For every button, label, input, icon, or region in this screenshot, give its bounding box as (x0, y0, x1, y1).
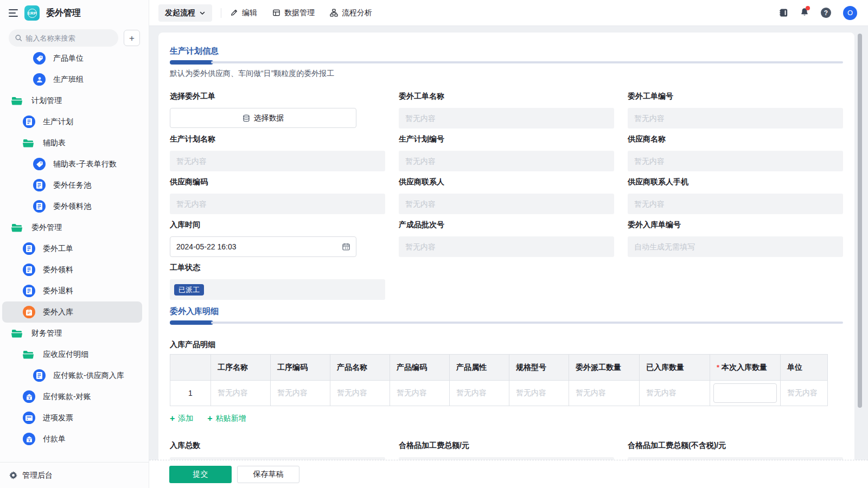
sidebar-menu: 产品单位 生产班组 计划管理 生产计划 辅助表 辅助表-子表单行数 委外任务池 (0, 47, 149, 450)
section-title-inbound-detail: 委外入库明细 (170, 306, 843, 317)
inbound-no-input[interactable] (628, 236, 843, 257)
sidebar-item-ap-reconciliation[interactable]: ¥ 应付账款-对账 (2, 386, 142, 407)
avatar[interactable]: O (843, 6, 857, 20)
sidebar-folder-finance-mgmt[interactable]: 财务管理 (2, 323, 142, 344)
folder-icon (23, 139, 34, 147)
clipboard-icon (23, 306, 35, 318)
sidebar-folder-aux-table[interactable]: 辅助表 (2, 132, 142, 153)
sidebar-folder-outsource-mgmt[interactable]: 委外管理 (2, 217, 142, 238)
pencil-icon (230, 9, 238, 17)
sidebar-search[interactable] (9, 29, 118, 47)
sidebar-item-aux-subtable-rows[interactable]: 辅助表-子表单行数 (2, 153, 142, 175)
supplier-phone-input[interactable] (628, 194, 843, 214)
tag-icon (33, 158, 46, 170)
sidebar-item-ap-supplier-inbound[interactable]: 应付账款-供应商入库 (2, 365, 142, 386)
plus-icon: + (207, 414, 212, 423)
current-qty-cell (710, 381, 781, 406)
current-qty-input[interactable] (713, 383, 777, 403)
field-label-total-qty: 入库总数 (170, 441, 385, 453)
bottom-action-bar: 提交 保存草稿 (149, 460, 868, 488)
field-label-fee-total: 合格品加工费总额/元 (399, 441, 614, 453)
plan-no-input[interactable] (399, 151, 614, 171)
section-description: 默认为委外供应商、车间做“日”颗粒度的委外报工 (170, 69, 843, 79)
sidebar-item-outsource-material-pool[interactable]: 委外领料池 (2, 196, 142, 217)
chevron-down-icon (199, 10, 206, 16)
table-subtitle: 入库产品明细 (170, 340, 843, 350)
sidebar-item-outsource-task-pool[interactable]: 委外任务池 (2, 175, 142, 196)
spec-model-cell: 暂无内容 (509, 381, 569, 406)
notifications-button[interactable] (800, 8, 809, 18)
toolbar-divider (221, 8, 221, 18)
flow-analysis-button[interactable]: 流程分析 (330, 8, 372, 18)
folder-icon (23, 350, 34, 359)
field-label-inbound-time: 入库时间 (170, 220, 385, 232)
folder-icon (11, 329, 22, 338)
document-icon (33, 179, 46, 191)
col-process-name: 工序名称 (211, 355, 271, 381)
start-flow-button[interactable]: 发起流程 (158, 4, 212, 22)
sidebar-item-production-team[interactable]: 生产班组 (2, 69, 142, 90)
field-label-select-work-order: 选择委外工单 (170, 92, 385, 104)
received-qty-cell: 暂无内容 (640, 381, 710, 406)
sidebar-item-outsource-inbound[interactable]: 委外入库 (2, 301, 142, 323)
select-data-button[interactable]: 选择数据 (170, 108, 356, 128)
document-icon (23, 115, 35, 128)
document-icon (23, 264, 35, 276)
sidebar-item-production-plan[interactable]: 生产计划 (2, 111, 142, 132)
col-spec-model: 规格型号 (509, 355, 569, 381)
gear-icon (9, 471, 17, 479)
sidebar-header: ERP 委外管理 (0, 0, 149, 26)
col-process-code: 工序编码 (271, 355, 330, 381)
field-label-fee-total-no-tax: 合格品加工费总额(不含税)/元 (628, 441, 843, 453)
field-label-supplier-phone: 供应商联系人手机 (628, 177, 843, 189)
folder-icon (11, 97, 22, 105)
sidebar-folder-plan-mgmt[interactable]: 计划管理 (2, 90, 142, 111)
order-status-field: 已派工 (170, 279, 385, 300)
supplier-contact-input[interactable] (399, 194, 614, 214)
scrollbar[interactable] (858, 34, 862, 408)
sidebar-item-product-unit[interactable]: 产品单位 (2, 48, 142, 69)
save-draft-button[interactable]: 保存草稿 (237, 466, 299, 483)
field-label-plan-name: 生产计划名称 (170, 134, 385, 146)
work-order-name-input[interactable] (399, 108, 614, 129)
sidebar-item-outsource-work-order[interactable]: 委外工单 (2, 238, 142, 259)
edit-button[interactable]: 编辑 (230, 8, 257, 18)
product-name-cell: 暂无内容 (330, 381, 390, 406)
unit-cell: 暂无内容 (781, 381, 828, 406)
search-input[interactable] (25, 34, 112, 42)
notification-dot (806, 6, 810, 10)
paste-add-button[interactable]: +粘贴新增 (207, 414, 246, 423)
col-product-attr: 产品属性 (450, 355, 509, 381)
col-unit: 单位 (781, 355, 828, 381)
section-title-plan-info: 生产计划信息 (170, 46, 843, 56)
batch-no-input[interactable] (399, 236, 614, 257)
address-book-icon[interactable] (779, 8, 788, 17)
help-button[interactable]: ? (821, 8, 831, 18)
field-label-supplier-contact: 供应商联系人 (399, 177, 614, 189)
search-icon (15, 34, 22, 42)
invoice-icon (23, 412, 35, 424)
work-order-no-input[interactable] (628, 108, 843, 129)
add-row-button[interactable]: +添加 (170, 414, 193, 423)
section-divider (170, 60, 843, 65)
sidebar-folder-ap-ar-detail[interactable]: 应收应付明细 (2, 344, 142, 365)
col-product-code: 产品编码 (390, 355, 450, 381)
supplier-code-input[interactable] (170, 194, 385, 214)
data-management-button[interactable]: 数据管理 (272, 8, 315, 18)
bank-icon: ¥ (23, 433, 35, 445)
col-received-qty: 已入库数量 (640, 355, 710, 381)
sidebar-item-input-invoice[interactable]: 进项发票 (2, 407, 142, 428)
sidebar-item-outsource-return[interactable]: 委外退料 (2, 280, 142, 301)
field-label-work-order-name: 委外工单名称 (399, 92, 614, 104)
plan-name-input[interactable] (170, 151, 385, 171)
inbound-time-picker[interactable]: 2024-05-22 16:03 (170, 236, 356, 257)
supplier-name-input[interactable] (628, 151, 843, 171)
field-label-work-order-no: 委外工单编号 (628, 92, 843, 104)
collapse-menu-icon[interactable] (9, 9, 18, 17)
document-icon (23, 242, 35, 255)
submit-button[interactable]: 提交 (169, 466, 232, 483)
sidebar-item-outsource-picking[interactable]: 委外领料 (2, 259, 142, 280)
admin-backend-button[interactable]: 管理后台 (0, 462, 149, 488)
sidebar-item-payment-order[interactable]: ¥ 付款单 (2, 428, 142, 450)
add-form-button[interactable]: + (124, 30, 140, 46)
